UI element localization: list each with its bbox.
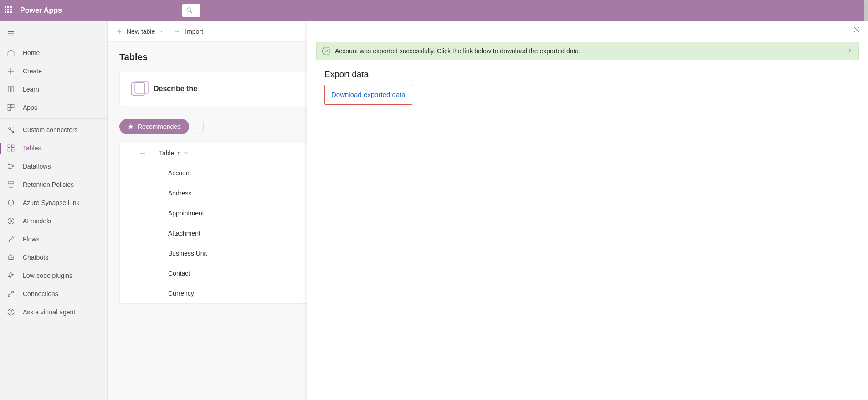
svg-point-35 bbox=[12, 257, 13, 258]
export-data-panel: Account was exported successfully. Click… bbox=[307, 21, 868, 400]
panel-close-button[interactable] bbox=[853, 26, 862, 35]
chevron-down-icon bbox=[159, 28, 166, 35]
sidebar-item-learn[interactable]: Learn bbox=[0, 80, 107, 98]
svg-point-18 bbox=[8, 164, 10, 165]
app-launcher-icon[interactable] bbox=[5, 6, 14, 15]
list-sort-icon bbox=[139, 149, 147, 157]
svg-rect-14 bbox=[8, 145, 10, 147]
sidebar-item-chatbots[interactable]: Chatbots bbox=[0, 248, 107, 267]
tables-icon bbox=[6, 144, 15, 153]
new-table-button[interactable]: New table bbox=[116, 28, 166, 35]
download-link-highlight: Download exported data bbox=[324, 85, 412, 105]
sidebar-item-label: Custom connectors bbox=[23, 126, 78, 133]
app-title: Power Apps bbox=[20, 6, 62, 15]
svg-rect-22 bbox=[9, 184, 13, 188]
svg-rect-11 bbox=[8, 108, 10, 111]
sidebar-item-retention-policies[interactable]: Retention Policies bbox=[0, 175, 107, 194]
chatbot-icon bbox=[6, 253, 15, 262]
filter-pill-next[interactable] bbox=[195, 119, 204, 134]
plus-icon bbox=[6, 67, 15, 76]
sidebar-item-label: Ask a virtual agent bbox=[23, 308, 75, 316]
import-label: Import bbox=[185, 28, 203, 35]
ai-models-icon bbox=[6, 216, 15, 226]
sidebar-item-label: Retention Policies bbox=[23, 181, 74, 188]
main-content: New table Import Tables Describe the Rec… bbox=[108, 21, 868, 400]
svg-rect-32 bbox=[8, 256, 14, 259]
copilot-icon bbox=[131, 82, 145, 96]
sidebar-item-label: Home bbox=[23, 49, 40, 56]
svg-rect-8 bbox=[11, 87, 14, 92]
sidebar: Home Create Learn Apps Custom conn bbox=[0, 21, 108, 400]
sidebar-item-label: Dataflows bbox=[23, 163, 51, 170]
nav-collapse-button[interactable] bbox=[0, 24, 107, 44]
synapse-icon bbox=[6, 198, 15, 207]
sidebar-item-label: Flows bbox=[23, 236, 40, 243]
svg-rect-17 bbox=[12, 149, 14, 151]
flows-icon bbox=[6, 235, 15, 244]
svg-point-13 bbox=[12, 131, 14, 133]
retention-icon bbox=[6, 180, 15, 189]
sidebar-item-label: Learn bbox=[23, 86, 39, 93]
svg-rect-7 bbox=[8, 87, 10, 92]
recommended-filter-pill[interactable]: Recommended bbox=[119, 119, 189, 134]
panel-heading: Export data bbox=[324, 69, 851, 79]
sidebar-item-apps[interactable]: Apps bbox=[0, 98, 107, 117]
home-icon bbox=[6, 48, 15, 57]
describe-card-text: Describe the bbox=[154, 85, 197, 93]
sidebar-item-ai-models[interactable]: AI models bbox=[0, 212, 107, 230]
success-checkmark-icon bbox=[322, 47, 330, 55]
sidebar-item-label: Chatbots bbox=[23, 254, 48, 261]
svg-rect-15 bbox=[12, 145, 14, 147]
svg-point-34 bbox=[10, 257, 10, 258]
import-button[interactable]: Import bbox=[174, 28, 203, 35]
dataflows-icon bbox=[6, 162, 15, 171]
svg-point-20 bbox=[12, 166, 14, 167]
svg-point-0 bbox=[187, 8, 191, 12]
search-icon bbox=[186, 7, 193, 14]
svg-point-19 bbox=[8, 168, 10, 169]
svg-rect-9 bbox=[8, 104, 10, 107]
sidebar-item-label: Azure Synapse Link bbox=[23, 199, 80, 206]
svg-point-30 bbox=[8, 241, 9, 242]
new-table-label: New table bbox=[127, 28, 155, 35]
table-cell: Attachment bbox=[168, 230, 200, 237]
close-icon bbox=[853, 26, 861, 34]
sidebar-item-label: Connections bbox=[23, 290, 58, 297]
sidebar-item-create[interactable]: Create bbox=[0, 62, 107, 80]
sidebar-item-label: AI models bbox=[23, 217, 51, 225]
search-input[interactable] bbox=[182, 4, 200, 17]
download-exported-data-link[interactable]: Download exported data bbox=[331, 91, 406, 98]
svg-point-31 bbox=[13, 236, 14, 237]
svg-point-25 bbox=[10, 220, 12, 222]
sidebar-item-tables[interactable]: Tables bbox=[0, 139, 107, 157]
sidebar-item-label: Low-code plugins bbox=[23, 272, 72, 279]
sidebar-item-dataflows[interactable]: Dataflows bbox=[0, 157, 107, 175]
sidebar-item-custom-connectors[interactable]: Custom connectors bbox=[0, 121, 107, 139]
sidebar-item-home[interactable]: Home bbox=[0, 44, 107, 62]
sidebar-item-label: Tables bbox=[23, 144, 41, 152]
sidebar-item-flows[interactable]: Flows bbox=[0, 230, 107, 248]
table-cell: Appointment bbox=[168, 210, 204, 217]
table-cell: Account bbox=[168, 169, 191, 177]
svg-line-1 bbox=[190, 11, 192, 13]
table-header-label: Table bbox=[159, 149, 174, 157]
table-cell: Address bbox=[168, 190, 191, 197]
recommended-label: Recommended bbox=[138, 123, 181, 130]
question-icon bbox=[6, 308, 15, 317]
app-bar: Power Apps bbox=[0, 0, 868, 21]
sidebar-item-low-code-plugins[interactable]: Low-code plugins bbox=[0, 267, 107, 285]
success-message-text: Account was exported successfully. Click… bbox=[335, 47, 580, 55]
sidebar-item-azure-synapse-link[interactable]: Azure Synapse Link bbox=[0, 194, 107, 212]
dismiss-banner-button[interactable] bbox=[847, 47, 854, 55]
import-icon bbox=[174, 28, 181, 35]
sidebar-item-label: Apps bbox=[23, 104, 37, 111]
svg-point-39 bbox=[11, 314, 11, 314]
hamburger-icon bbox=[6, 29, 15, 38]
star-icon bbox=[128, 123, 134, 130]
sidebar-item-ask-virtual-agent[interactable]: Ask a virtual agent bbox=[0, 303, 107, 321]
table-cell: Currency bbox=[168, 290, 194, 297]
table-cell: Contact bbox=[168, 270, 190, 277]
plugins-icon bbox=[6, 271, 15, 280]
connections-icon bbox=[6, 289, 15, 298]
sidebar-item-connections[interactable]: Connections bbox=[0, 285, 107, 303]
